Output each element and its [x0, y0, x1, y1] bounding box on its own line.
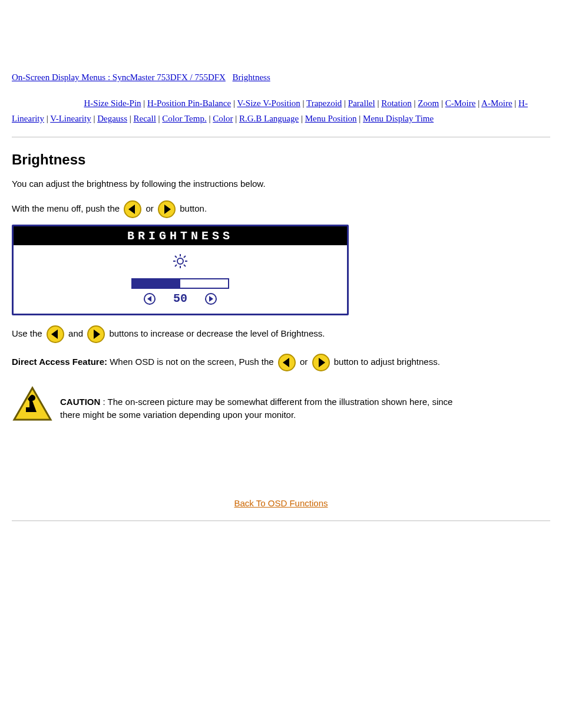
- menu-link-trapezoid[interactable]: Trapezoid: [306, 98, 342, 108]
- menu-link-zoom[interactable]: Zoom: [418, 98, 439, 108]
- step2-suffix: buttons to increase or decrease the leve…: [109, 328, 325, 338]
- step2-prefix: Use the: [12, 328, 45, 338]
- direct-access-prefix: When OSD is not on the screen, Push the: [110, 357, 276, 367]
- menu-link-colortemp[interactable]: Color Temp.: [162, 114, 206, 123]
- menu-link-amoire[interactable]: A-Moire: [481, 98, 513, 108]
- menu-current-items: Brightness Contrast: [12, 98, 84, 108]
- hidden-trail-sep: :: [228, 73, 233, 82]
- intro-text: You can adjust the brightness by followi…: [12, 177, 550, 190]
- svg-line-11: [184, 256, 186, 258]
- direct-access-suffix: button to adjust brightness.: [334, 357, 440, 367]
- sep: |: [441, 98, 445, 108]
- osd-title: BRIGHTNESS: [14, 226, 347, 245]
- brightness-bar-fill: [133, 279, 180, 288]
- menu-link-vlinearity[interactable]: V-Linearity: [50, 114, 91, 123]
- menu-link-rgblang[interactable]: R.G.B Language: [239, 114, 299, 123]
- caution-block: CAUTION : The on-screen picture may be s…: [12, 386, 550, 426]
- brightness-value: 50: [173, 292, 187, 305]
- menu-link-cmoire[interactable]: C-Moire: [445, 98, 476, 108]
- menu-link-menudisplaytime[interactable]: Menu Display Time: [363, 114, 434, 123]
- right-arrow-button-icon: [312, 353, 330, 372]
- breadcrumb: On-Screen Display Menus : SyncMaster 753…: [12, 71, 550, 84]
- menu-link-vsize[interactable]: V-Size V-Position: [237, 98, 300, 108]
- left-arrow-button-icon: [277, 353, 296, 372]
- svg-line-9: [175, 256, 177, 258]
- osd-decrease-icon: [144, 293, 156, 305]
- menu-link-parallel[interactable]: Parallel: [348, 98, 375, 108]
- left-arrow-button-icon: [123, 200, 142, 219]
- step1-suffix: button.: [180, 203, 207, 213]
- right-arrow-button-icon: [157, 200, 176, 219]
- menu-link-recall[interactable]: Recall: [134, 114, 156, 123]
- right-arrow-button-icon: [87, 325, 105, 344]
- svg-line-12: [175, 265, 177, 266]
- menu-link-hposition[interactable]: H-Position Pin-Balance: [147, 98, 231, 108]
- svg-point-4: [177, 258, 183, 264]
- step1-prefix: With the menu off, push the: [12, 203, 122, 213]
- osd-brightness-panel: BRIGHTNESS: [12, 225, 349, 315]
- caution-icon: [12, 386, 53, 426]
- brightness-icon: [173, 253, 188, 274]
- menu-link-hsize[interactable]: H-Size Side-Pin: [84, 98, 141, 108]
- sep: |: [301, 114, 305, 123]
- step1-mid: or: [146, 203, 157, 213]
- divider: [12, 137, 550, 137]
- breadcrumb-link-2[interactable]: Brightness: [233, 73, 270, 82]
- menu-link-color[interactable]: Color: [213, 114, 233, 123]
- menu-links: Brightness Contrast H-Size Side-Pin | H-…: [12, 95, 550, 126]
- sep: |: [344, 98, 348, 108]
- caution-line1: : The on-screen picture may be somewhat …: [103, 397, 453, 407]
- direct-access-mid: or: [300, 357, 310, 367]
- menu-link-rotation[interactable]: Rotation: [381, 98, 412, 108]
- svg-line-10: [184, 265, 186, 266]
- step-1: With the menu off, push the or button.: [12, 200, 550, 219]
- left-arrow-button-icon: [46, 325, 65, 344]
- direct-access: Direct Access Feature: When OSD is not o…: [12, 353, 550, 372]
- sep: |: [235, 114, 239, 123]
- caution-label: CAUTION: [60, 397, 100, 407]
- osd-increase-icon: [205, 293, 217, 305]
- step-2: Use the and buttons to increase or decre…: [12, 325, 550, 344]
- direct-access-title: Direct Access Feature:: [12, 357, 107, 367]
- menu-link-menuposition[interactable]: Menu Position: [305, 114, 357, 123]
- page-title: Brightness: [12, 151, 550, 168]
- back-link[interactable]: Back To OSD Functions: [234, 498, 328, 508]
- bottom-divider: [12, 521, 550, 521]
- step2-mid: and: [68, 328, 85, 338]
- menu-link-degauss[interactable]: Degauss: [97, 114, 127, 123]
- svg-point-23: [29, 395, 35, 401]
- breadcrumb-link-1[interactable]: On-Screen Display Menus : SyncMaster 753…: [12, 73, 226, 82]
- sep: |: [130, 114, 134, 123]
- brightness-bar: [131, 278, 229, 289]
- caution-line2: there might be some variation depending …: [60, 410, 296, 420]
